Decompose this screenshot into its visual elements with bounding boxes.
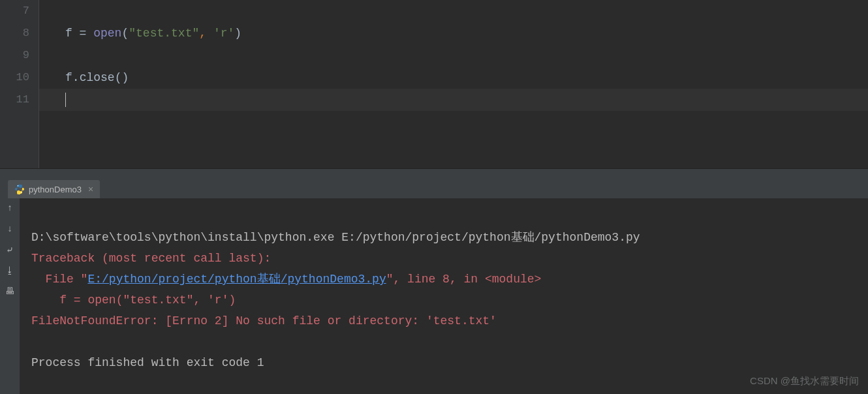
watermark: CSDN @鱼找水需要时间 [750,371,859,391]
method-call: close [80,71,115,84]
svg-point-1 [21,192,22,193]
code-line [65,0,868,22]
string-literal: 'r' [213,27,234,40]
operator: = [72,27,93,40]
down-arrow-icon[interactable]: ↓ [4,223,16,235]
traceback-line: f = open("test.txt", 'r') [31,294,236,307]
console-panel: ↑ ↓ ⤶ ⭳ 🖶 D:\software\tools\python\insta… [0,198,868,394]
traceback-text: File " [31,273,87,286]
code-editor[interactable]: f = open("test.txt", 'r') f.close() [39,0,868,168]
console-output[interactable]: D:\software\tools\python\install\python.… [20,198,868,394]
run-tab-bar: pythonDemo3 × [0,179,868,198]
traceback-line: File "E:/python/project/python基础/pythonD… [31,273,541,286]
line-number-gutter: 7 8 9 10 11 [0,0,39,168]
line-number: 9 [0,44,29,67]
code-line: f.close() [65,67,868,89]
close-icon[interactable]: × [88,184,93,194]
exit-line: Process finished with exit code 1 [31,356,264,369]
paren: ) [234,27,241,40]
traceback-line: FileNotFoundError: [Errno 2] No such fil… [31,314,497,327]
code-line: f = open("test.txt", 'r') [65,22,868,44]
paren: ( [121,27,129,40]
identifier: f [65,71,72,84]
code-line-current [39,89,868,111]
code-line [65,44,868,67]
run-tab[interactable]: pythonDemo3 × [8,180,100,198]
scroll-icon[interactable]: ⭳ [4,265,16,277]
line-number: 8 [0,22,29,44]
svg-point-0 [18,185,19,187]
console-toolbar: ↑ ↓ ⤶ ⭳ 🖶 [0,198,20,394]
console-command: D:\software\tools\python\install\python.… [31,231,640,244]
builtin-func: open [93,27,121,40]
line-number: 11 [0,89,29,111]
file-link[interactable]: E:/python/project/python基础/pythonDemo3.p… [87,273,386,286]
line-number: 7 [0,0,29,22]
run-tab-label: pythonDemo3 [29,185,82,194]
up-arrow-icon[interactable]: ↑ [4,202,16,214]
wrap-icon[interactable]: ⤶ [4,244,16,256]
python-icon [14,184,25,194]
caret [65,93,66,107]
string-literal: "test.txt" [129,27,199,40]
print-icon[interactable]: 🖶 [4,286,16,297]
line-number: 10 [0,67,29,89]
traceback-text: ", line 8, in <module> [386,273,542,286]
dot: . [72,71,80,84]
traceback-line: Traceback (most recent call last): [31,252,271,265]
panel-divider[interactable] [0,168,868,179]
identifier: f [65,27,72,40]
comma: , [199,27,213,40]
paren: () [115,71,129,84]
editor-area: 7 8 9 10 11 f = open("test.txt", 'r') f.… [0,0,868,168]
